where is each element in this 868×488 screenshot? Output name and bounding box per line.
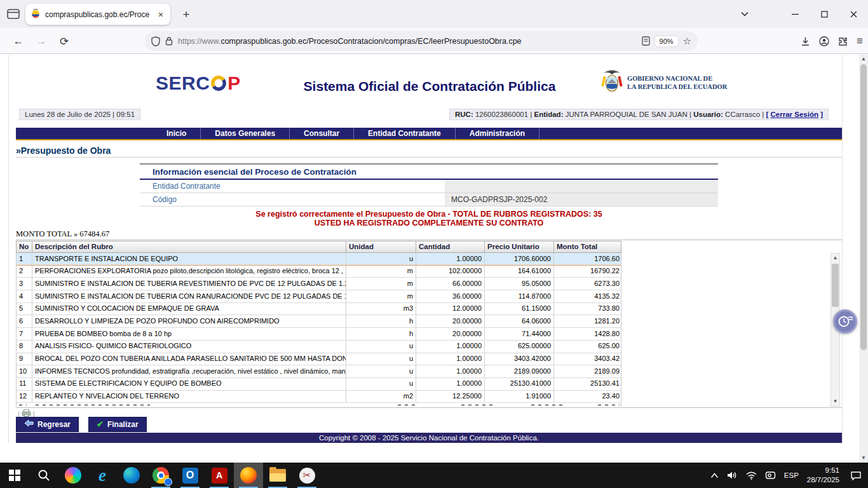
bookmark-star-icon[interactable]: ☆ [683,36,691,47]
meet-now-icon[interactable] [765,471,776,480]
taskbar-acrobat[interactable]: A [205,463,234,488]
clock-extension-badge[interactable] [833,309,857,334]
wifi-icon[interactable] [746,471,757,480]
winged-clock-icon [837,314,853,329]
taskbar-internet-explorer[interactable]: e [88,463,117,488]
government-logo: GOBIERNO NACIONAL DELA REPUBLICA DEL ECU… [600,69,727,97]
extensions-puzzle-icon[interactable] [838,37,848,46]
notifications-icon[interactable] [850,471,862,480]
window-minimize-button[interactable] [780,0,810,28]
page-footer: Copyright © 2008 - 2025 Servicio Naciona… [16,433,842,443]
forward-button[interactable]: → [32,32,51,51]
info-panel-title: Información esencial del Proceso de Cont… [140,163,718,180]
taskbar-edge[interactable] [117,463,146,488]
info-row: Código MCO-GADPRSJP-2025-002 [140,193,718,207]
breadcrumb: »Presupuesto de Obra [16,146,111,156]
file-explorer-icon [269,469,286,482]
acrobat-icon: A [212,468,227,484]
outlook-icon: O [182,468,198,484]
scroll-up-icon[interactable]: ▲ [831,254,839,262]
monto-total: MONTO TOTAL » 67484.67 [16,229,109,239]
back-arrow-icon [24,419,34,429]
taskbar-chrome[interactable] [146,463,175,488]
nav-item[interactable]: Entidad Contratante [354,128,456,139]
firefox-view-icon[interactable] [6,8,20,20]
window-close-button[interactable] [839,0,868,28]
table-row[interactable]: 5 SUMINISTRO Y COLOCACION DE EMPAQUE DE … [16,303,621,316]
info-row: Entidad Contratante [140,180,718,193]
scroll-down-icon[interactable]: ▼ [831,397,839,406]
finalizar-button[interactable]: ✔ Finalizar [88,417,147,432]
language-indicator[interactable]: ESP [784,471,799,479]
back-button[interactable]: ← [9,32,28,51]
hidden-icons-chevron[interactable] [710,473,719,478]
table-row[interactable]: 7 PRUEBA DE BOMBEO bomba de 8 a 10 hp h … [16,328,621,341]
process-info-panel: Información esencial del Proceso de Cont… [140,163,718,207]
info-value: MCO-GADPRSJP-2025-002 [445,193,718,206]
downloads-icon[interactable] [801,37,810,46]
table-row[interactable]: 8 ANALISIS FISICO- QUIMICO BACTERIOLOGIC… [16,341,621,353]
nav-item[interactable]: Inicio [153,128,201,139]
ecuador-coat-of-arms-icon [600,69,623,97]
menu-hamburger-icon[interactable]: ≡ [857,35,863,48]
table-row[interactable]: 9 BROCAL DEL POZO CON TUBERIA ANILLADA P… [16,353,621,366]
reader-mode-icon[interactable] [642,36,650,46]
new-tab-button[interactable]: + [178,6,194,23]
taskbar-snipping-tool[interactable]: ✂ [292,463,322,488]
page-left-border [8,55,9,444]
browser-tab-bar: compraspublicas.gob.ec/Proce × + [0,0,868,28]
favicon-ecuador-emblem [31,8,41,21]
table-row[interactable]: 4 SUMINISTRO E INSTALACION DE TUBERIA CO… [16,290,621,303]
table-row[interactable]: 1 TRANSPORTE E INSTALACION DE EQUIPO u 1… [16,253,621,266]
divider [16,407,842,408]
search-button[interactable] [29,463,58,488]
check-icon: ✔ [97,419,104,429]
browser-scrollbar-thumb[interactable] [860,64,867,350]
reload-button[interactable]: ⟳ [55,32,74,51]
table-scrollbar-thumb[interactable] [832,264,839,307]
regresar-button[interactable]: Regresar [16,417,79,432]
copilot-icon [65,467,81,484]
browser-tab[interactable]: compraspublicas.gob.ec/Proce × [25,4,170,25]
volume-icon[interactable] [727,471,738,480]
taskbar-outlook[interactable]: O [175,463,205,488]
nav-item[interactable]: Consultar [290,128,354,139]
scroll-up-icon[interactable]: ▲ [859,55,868,64]
snipping-tool-icon: ✂ [299,468,315,484]
account-icon[interactable] [819,36,829,46]
table-row[interactable]: 6 DESARROLLO Y LIMPIEZA DE POZO PROFUNDO… [16,315,621,328]
start-button[interactable] [0,463,29,488]
divider [16,240,842,240]
browser-scrollbar[interactable]: ▲ ▼ [859,55,868,463]
logout-link[interactable]: Cerrar Sesión [771,111,818,118]
table-row[interactable]: 12 REPLANTEO Y NIVELACION DEL TERRENO m2… [16,391,621,403]
table-row[interactable]: 2 PERFORACIONES EXPLORATORIA pozo piloto… [16,266,621,278]
system-tray: ESP 9:5128/7/2025 [710,466,868,485]
list-tabs-chevron-icon[interactable] [730,0,759,28]
page-right-border [842,55,843,444]
screen: compraspublicas.gob.ec/Proce × + ← → ⟳ [0,0,868,488]
windows-logo-icon [9,470,20,481]
nav-item[interactable]: Datos Generales [201,128,290,139]
tab-close-icon[interactable]: × [156,10,165,20]
search-icon [37,469,50,482]
tab-title: compraspublicas.gob.ec/Proce [45,10,152,19]
taskbar-copilot[interactable] [58,463,88,488]
divider [16,157,842,158]
nav-item[interactable]: Administración [456,128,539,139]
table-row[interactable]: 3 SUMINISTRO E INSTALACION DE TUBERIA RE… [16,278,621,290]
taskbar-firefox[interactable] [234,463,263,488]
url-bar[interactable]: https://www.compraspublicas.gob.ec/Proce… [145,31,698,51]
url-text[interactable]: https://www.compraspublicas.gob.ec/Proce… [178,37,637,46]
scroll-down-icon[interactable]: ▼ [859,454,868,463]
taskbar-clock[interactable]: 9:5128/7/2025 [807,466,839,485]
tracking-shield-icon[interactable] [151,36,160,46]
chrome-profile-badge [164,478,172,486]
table-row[interactable]: 11 SISTEMA DE ELECTRIFICACION Y EQUIPO D… [16,378,621,391]
internet-explorer-icon: e [98,467,106,484]
zoom-level-chip[interactable]: 90% [655,36,678,46]
lock-icon[interactable] [165,36,173,46]
table-row[interactable]: 10 INFORMES TECNICOS profundidad, estrat… [16,365,621,378]
window-maximize-button[interactable] [810,0,839,28]
taskbar-file-explorer[interactable] [263,463,292,488]
